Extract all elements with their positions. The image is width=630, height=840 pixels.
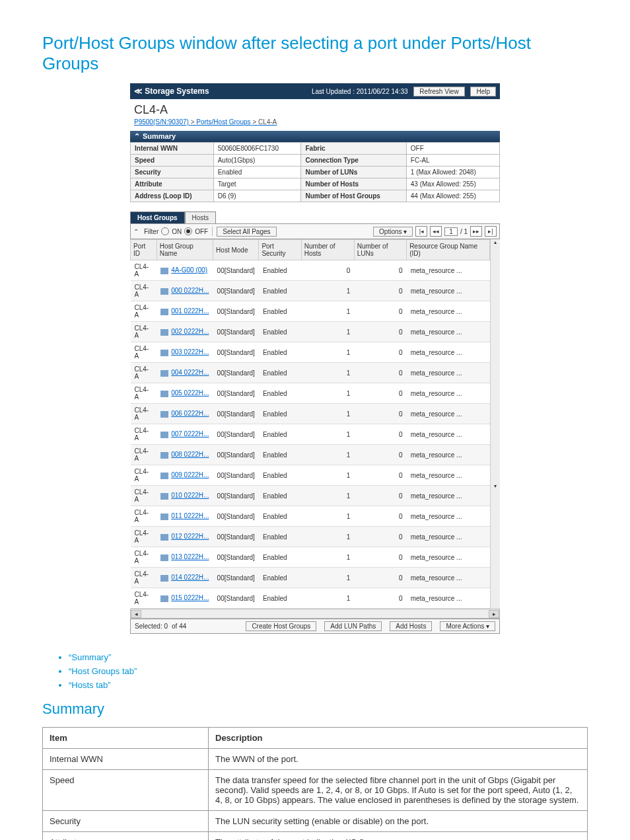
cell-port: CL4-A [131, 588, 157, 609]
cell-hostgroup[interactable]: 015 0222H... [157, 588, 213, 609]
cell-security: Enabled [259, 445, 301, 465]
col-header[interactable]: Number of Hosts [301, 240, 354, 260]
select-all-button[interactable]: Select All Pages [217, 227, 276, 237]
cell-hostgroup[interactable]: 013 0222H... [157, 547, 213, 568]
refresh-button[interactable]: Refresh View [413, 87, 464, 96]
cell-nhosts: 1 [301, 322, 354, 342]
table-row[interactable]: CL4-A006 0222H...00[Standard]Enabled10me… [131, 404, 490, 424]
link-host-groups-tab[interactable]: “Host Groups tab” [69, 666, 137, 676]
page-last-button[interactable]: ▸| [485, 226, 497, 237]
cell-nluns: 0 [354, 465, 406, 486]
page-next-button[interactable]: ▸▸ [470, 226, 482, 237]
cell-hostgroup[interactable]: 001 0222H... [157, 301, 213, 322]
description-table: Item Description Internal WWNThe WWN of … [42, 727, 588, 840]
col-header[interactable]: Port ID [131, 240, 157, 260]
cell-mode: 00[Standard] [213, 568, 259, 588]
col-item: Item [43, 728, 209, 749]
cell-hostgroup[interactable]: 006 0222H... [157, 404, 213, 424]
cell-hostgroup[interactable]: 005 0222H... [157, 383, 213, 404]
table-row[interactable]: CL4-A013 0222H...00[Standard]Enabled10me… [131, 547, 490, 568]
filter-off-radio[interactable] [184, 227, 192, 235]
table-row[interactable]: CL4-A009 0222H...00[Standard]Enabled10me… [131, 465, 490, 486]
table-row[interactable]: CL4-A002 0222H...00[Standard]Enabled10me… [131, 322, 490, 342]
cell-port: CL4-A [131, 404, 157, 424]
table-row[interactable]: CL4-A012 0222H...00[Standard]Enabled10me… [131, 527, 490, 547]
col-header[interactable]: Host Mode [213, 240, 259, 260]
vertical-scrollbar[interactable]: ▴ ▾ [490, 239, 500, 609]
col-header[interactable]: Number of LUNs [354, 240, 406, 260]
link-summary[interactable]: “Summary” [69, 652, 111, 662]
add-hosts-button[interactable]: Add Hosts [390, 621, 432, 631]
cell-mode: 00[Standard] [213, 322, 259, 342]
filter-on-label: ON [172, 228, 182, 235]
cell-hostgroup[interactable]: 002 0222H... [157, 322, 213, 342]
cell-hostgroup[interactable]: 009 0222H... [157, 465, 213, 486]
cell-hostgroup[interactable]: 010 0222H... [157, 486, 213, 506]
page-first-button[interactable]: |◂ [415, 226, 427, 237]
cell-hostgroup[interactable]: 004 0222H... [157, 363, 213, 383]
table-row[interactable]: CL4-A015 0222H...00[Standard]Enabled10me… [131, 588, 490, 609]
cell-hostgroup[interactable]: 003 0222H... [157, 342, 213, 363]
cell-security: Enabled [259, 342, 301, 363]
crumb-ports[interactable]: Ports/Host Groups [196, 118, 250, 126]
cell-nluns: 0 [354, 424, 406, 445]
tab-host-groups[interactable]: Host Groups [130, 211, 185, 223]
create-host-groups-button[interactable]: Create Host Groups [246, 621, 316, 631]
cell-nluns: 0 [354, 445, 406, 465]
filter-bar: ⌃ Filter ON OFF Select All Pages Options… [130, 223, 500, 239]
cell-nluns: 0 [354, 506, 406, 527]
table-row[interactable]: CL4-A005 0222H...00[Standard]Enabled10me… [131, 383, 490, 404]
table-row[interactable]: CL4-A4A-G00 (00)00[Standard]Enabled00met… [131, 260, 490, 281]
table-row[interactable]: CL4-A000 0222H...00[Standard]Enabled10me… [131, 281, 490, 301]
table-row[interactable]: CL4-A004 0222H...00[Standard]Enabled10me… [131, 363, 490, 383]
hostgroup-icon [160, 288, 168, 295]
col-header[interactable]: Host Group Name [157, 240, 213, 260]
cell-port: CL4-A [131, 547, 157, 568]
horizontal-scrollbar[interactable]: ◂▸ [130, 609, 500, 619]
page-prev-button[interactable]: ◂◂ [430, 226, 442, 237]
filter-on-radio[interactable] [161, 227, 169, 235]
tab-hosts[interactable]: Hosts [185, 211, 217, 223]
summary-key: Internal WWN [131, 143, 214, 155]
cell-security: Enabled [259, 260, 301, 281]
hostgroup-icon [160, 411, 168, 418]
hostgroup-icon [160, 329, 168, 336]
summary-bar[interactable]: ⌃Summary [130, 131, 500, 142]
cell-hostgroup[interactable]: 4A-G00 (00) [157, 260, 213, 281]
summary-key: Number of Host Groups [301, 190, 406, 202]
cell-hostgroup[interactable]: 008 0222H... [157, 445, 213, 465]
cell-port: CL4-A [131, 260, 157, 281]
crumb-root[interactable]: P9500(S/N:90307) [134, 118, 189, 126]
collapse-icon[interactable]: ⌃ [133, 228, 139, 235]
cell-hostgroup[interactable]: 000 0222H... [157, 281, 213, 301]
cell-resourcegroup: meta_resource ... [407, 404, 490, 424]
cell-nluns: 0 [354, 322, 406, 342]
table-row[interactable]: CL4-A003 0222H...00[Standard]Enabled10me… [131, 342, 490, 363]
table-row[interactable]: CL4-A014 0222H...00[Standard]Enabled10me… [131, 568, 490, 588]
cell-resourcegroup: meta_resource ... [407, 588, 490, 609]
table-row[interactable]: CL4-A001 0222H...00[Standard]Enabled10me… [131, 301, 490, 322]
table-row[interactable]: CL4-A011 0222H...00[Standard]Enabled10me… [131, 506, 490, 527]
add-lun-paths-button[interactable]: Add LUN Paths [324, 621, 382, 631]
link-hosts-tab[interactable]: “Hosts tab” [69, 680, 111, 690]
cell-hostgroup[interactable]: 014 0222H... [157, 568, 213, 588]
help-button[interactable]: Help [470, 87, 496, 96]
desc-text: The attribute of the port indicating I/O… [209, 832, 588, 841]
options-dropdown[interactable]: Options ▾ [373, 227, 413, 237]
cell-nluns: 0 [354, 527, 406, 547]
page-input[interactable]: 1 [444, 227, 458, 236]
more-actions-dropdown[interactable]: More Actions ▾ [440, 621, 495, 631]
cell-nluns: 0 [354, 281, 406, 301]
cell-hostgroup[interactable]: 012 0222H... [157, 527, 213, 547]
cell-security: Enabled [259, 383, 301, 404]
summary-key: Number of Hosts [301, 178, 406, 190]
table-row[interactable]: CL4-A008 0222H...00[Standard]Enabled10me… [131, 445, 490, 465]
collapse-icon: ⌃ [134, 132, 140, 140]
table-row[interactable]: CL4-A007 0222H...00[Standard]Enabled10me… [131, 424, 490, 445]
col-header[interactable]: Port Security [259, 240, 301, 260]
table-row[interactable]: CL4-A010 0222H...00[Standard]Enabled10me… [131, 486, 490, 506]
cell-hostgroup[interactable]: 011 0222H... [157, 506, 213, 527]
col-header[interactable]: Resource Group Name (ID) [407, 240, 490, 260]
storage-systems-link[interactable]: ≪ Storage Systems [134, 87, 209, 96]
cell-hostgroup[interactable]: 007 0222H... [157, 424, 213, 445]
